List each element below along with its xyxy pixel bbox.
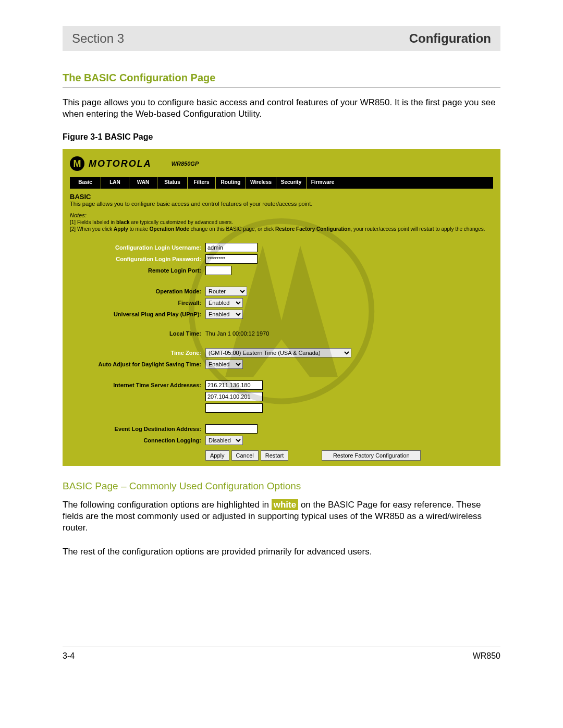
username-input[interactable] (205, 243, 258, 252)
label-dst: Auto Adjust for Daylight Saving Time: (70, 361, 205, 367)
footer-page: 3-4 (63, 651, 75, 661)
footer-product: WR850 (473, 651, 500, 661)
its-input-3[interactable] (205, 403, 263, 413)
event-log-input[interactable] (205, 424, 258, 434)
figure-caption: Figure 3-1 BASIC Page (63, 132, 500, 142)
restart-button[interactable]: Restart (261, 450, 288, 461)
label-username: Configuration Login Username: (70, 244, 205, 251)
apply-button[interactable]: Apply (205, 450, 229, 461)
dst-select[interactable]: Enabled (205, 360, 243, 369)
note2-apply: Apply (114, 226, 128, 232)
its-input-1[interactable] (205, 380, 263, 390)
note2-post: , your router/access point will restart … (351, 226, 485, 232)
tab-lan[interactable]: LAN (101, 177, 129, 189)
para2-pre: The following configuration options are … (63, 500, 272, 510)
label-local-time: Local Time: (70, 330, 205, 337)
module-label: Configuration (409, 31, 491, 46)
note1-pre: [1] Fields labeled in (70, 219, 116, 225)
para-3: The rest of the configuration options ar… (63, 546, 500, 558)
tab-status[interactable]: Status (157, 177, 188, 189)
basic-section-title: BASIC (70, 193, 493, 201)
section-label: Section 3 (72, 31, 124, 46)
label-conn-log: Connection Logging: (70, 437, 205, 443)
tab-firmware[interactable]: Firmware (307, 177, 339, 189)
op-mode-select[interactable]: Router (205, 287, 247, 296)
firewall-select[interactable]: Enabled (205, 298, 243, 307)
brand-row: MOTOROLA WR850GP (70, 156, 493, 171)
note2-mid2: change on this BASIC page, or click (189, 226, 275, 232)
remote-port-input[interactable] (205, 266, 231, 275)
white-chip: white (272, 499, 298, 510)
config-form: Configuration Login Username: Configurat… (70, 243, 493, 461)
its-input-2[interactable] (205, 392, 263, 401)
button-row: Apply Cancel Restart Restore Factory Con… (205, 450, 493, 461)
conn-log-select[interactable]: Disabled (205, 436, 243, 445)
subheading: BASIC Page – Commonly Used Configuration… (63, 480, 500, 492)
label-upnp: Universal Plug and Play (UPnP): (70, 311, 205, 317)
router-screenshot: MOTOROLA WR850GP Basic LAN WAN Status Fi… (63, 149, 500, 466)
notes-label: Notes: (70, 212, 493, 218)
label-timezone: Time Zone: (70, 350, 205, 356)
page-footer: 3-4 WR850 (63, 647, 500, 661)
tab-wireless[interactable]: Wireless (246, 177, 276, 189)
nav-tabs: Basic LAN WAN Status Filters Routing Wir… (70, 177, 493, 189)
note-2: [2] When you click Apply to make Operati… (70, 226, 493, 233)
label-firewall: Firewall: (70, 300, 205, 306)
brand-name: MOTOROLA (89, 158, 152, 169)
restore-factory-button[interactable]: Restore Factory Configuration (322, 450, 421, 461)
label-remote-port: Remote Login Port: (70, 267, 205, 274)
tab-security[interactable]: Security (276, 177, 307, 189)
note2-pre: [2] When you click (70, 226, 114, 232)
password-input[interactable] (205, 254, 258, 264)
document-header: Section 3 Configuration (63, 26, 500, 51)
cancel-button[interactable]: Cancel (231, 450, 259, 461)
tab-routing[interactable]: Routing (216, 177, 246, 189)
note1-bold: black (116, 219, 130, 225)
motorola-logo-icon (70, 156, 84, 171)
tab-wan[interactable]: WAN (129, 177, 157, 189)
basic-desc: This page allows you to configure basic … (70, 201, 493, 207)
note2-mid: to make (128, 226, 150, 232)
note2-om: Operation Mode (150, 226, 189, 232)
note1-post: are typically customized by advanced use… (130, 219, 233, 225)
note-1: [1] Fields labeled in black are typicall… (70, 219, 493, 226)
label-password: Configuration Login Password: (70, 256, 205, 262)
tab-filters[interactable]: Filters (188, 177, 216, 189)
intro-paragraph: This page allows you to configure basic … (63, 97, 500, 120)
model-name: WR850GP (172, 161, 199, 167)
label-its: Internet Time Server Addresses: (70, 382, 205, 388)
para-2: The following configuration options are … (63, 499, 500, 534)
local-time-value: Thu Jan 1 00:00:12 1970 (205, 330, 269, 337)
label-event-log: Event Log Destination Address: (70, 426, 205, 432)
note2-rfc: Restore Factory Configuration (275, 226, 350, 232)
tab-basic[interactable]: Basic (70, 177, 101, 189)
timezone-select[interactable]: (GMT-05:00) Eastern Time (USA & Canada) (205, 348, 351, 357)
label-op-mode: Operation Mode: (70, 288, 205, 294)
page-title: The BASIC Configuration Page (63, 72, 500, 88)
upnp-select[interactable]: Enabled (205, 310, 243, 319)
